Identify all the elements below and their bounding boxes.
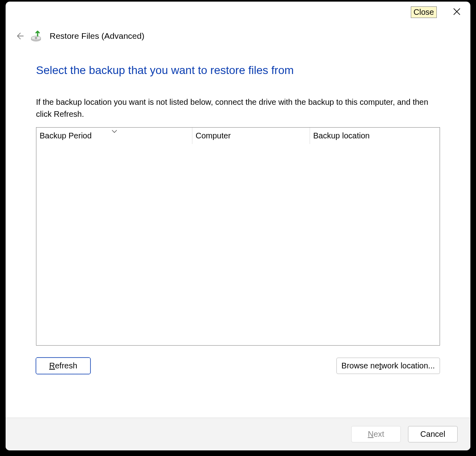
column-label: Backup location	[313, 131, 370, 140]
refresh-button[interactable]: Refresh	[36, 358, 90, 374]
next-button: Next	[351, 426, 401, 442]
action-button-row: Refresh Browse network location...	[36, 358, 440, 374]
restore-files-icon	[30, 30, 43, 42]
cancel-button[interactable]: Cancel	[408, 426, 458, 442]
header-row: Restore Files (Advanced)	[6, 2, 470, 42]
titlebar-controls: Close	[411, 6, 465, 18]
browse-network-location-button[interactable]: Browse network location...	[336, 358, 440, 374]
column-label: Backup Period	[40, 131, 92, 140]
chevron-down-icon	[112, 128, 117, 135]
page-description: If the backup location you want is not l…	[36, 96, 440, 120]
content-area: Select the backup that you want to resto…	[6, 42, 470, 418]
svg-point-2	[35, 37, 37, 39]
column-header-backup-location[interactable]: Backup location	[310, 128, 440, 144]
window-title: Restore Files (Advanced)	[50, 31, 144, 41]
column-header-computer[interactable]: Computer	[192, 128, 310, 144]
column-header-backup-period[interactable]: Backup Period	[36, 128, 192, 144]
close-tooltip: Close	[411, 6, 437, 18]
restore-files-window: Close Restore Files (Advanced) Select th…	[6, 2, 470, 450]
close-button[interactable]	[449, 7, 465, 18]
wizard-footer: Next Cancel	[6, 418, 470, 450]
backup-table[interactable]: Backup Period Computer Backup location	[36, 127, 440, 346]
page-heading: Select the backup that you want to resto…	[36, 64, 440, 77]
table-header-row: Backup Period Computer Backup location	[36, 128, 440, 144]
back-arrow-icon	[15, 32, 24, 40]
column-label: Computer	[196, 131, 231, 140]
